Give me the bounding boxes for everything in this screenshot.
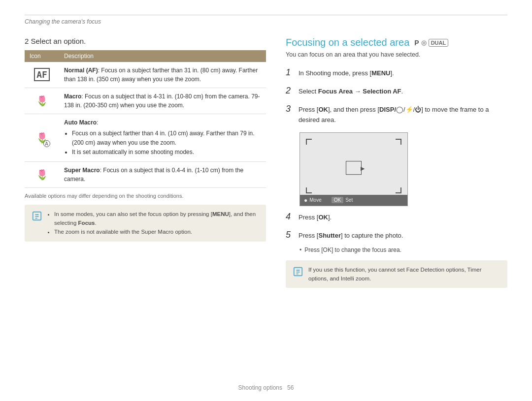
dual-badge: DUAL: [429, 39, 449, 47]
automacro-bullet2: It is set automatically in some shooting…: [72, 148, 261, 157]
desc-cell: Auto Macro: Focus on a subject farther t…: [59, 114, 266, 162]
step-num-2: 2: [286, 84, 295, 97]
col-desc-header: Description: [59, 50, 266, 62]
col-icon-header: Icon: [25, 50, 59, 62]
macro-icon: 🌷: [36, 95, 48, 106]
step-text-2: Select Focus Area → Selection AF.: [299, 87, 403, 97]
desc-cell: Super Macro: Focus on a subject that is …: [59, 161, 266, 187]
p-mode-badge: P: [414, 39, 419, 47]
viewfinder-bar: ● Move OK Set: [300, 195, 407, 206]
vf-move-icon: ●: [304, 197, 307, 204]
supermacro-icon: 🌷: [36, 169, 48, 180]
step-5: 5 Press [Shutter] to capture the photo.: [286, 228, 507, 242]
desc-bold: Macro: [64, 93, 81, 100]
icon-cell: AF: [25, 62, 59, 88]
icon-cell: 🌷: [25, 88, 59, 114]
step-num-3: 3: [286, 102, 295, 116]
footer-page: 56: [287, 384, 294, 391]
two-col: 2 Select an option. Icon Description AF: [25, 37, 507, 376]
right-col: Focusing on a selected area P ◎DUAL You …: [286, 37, 507, 376]
step-2: 2 Select Focus Area → Selection AF.: [286, 84, 507, 97]
step-4: 4 Press [OK].: [286, 210, 507, 223]
desc-bold: Normal (AF): [64, 67, 98, 74]
dual-badge-icon: ◎: [421, 39, 427, 46]
footer-text: Shooting options: [238, 384, 282, 391]
right-note-pencil-icon: [293, 266, 303, 277]
top-rule: [25, 15, 507, 15]
focus-square: [346, 161, 362, 175]
page-footer: Shooting options 56: [25, 384, 507, 391]
icon-cell: 🌷A: [25, 114, 59, 162]
section-title-text: Focusing on a selected area: [286, 37, 409, 48]
step-text-1: In Shooting mode, press [MENU].: [299, 68, 394, 79]
vf-move-label: Move: [309, 197, 321, 203]
table-row: AF Normal (AF): Focus on a subject farth…: [25, 62, 266, 88]
step-num-1: 1: [286, 66, 295, 79]
automacro-icon: 🌷A: [36, 130, 48, 145]
viewfinder-box: ▶ ● Move OK Set: [299, 132, 408, 206]
step-text-4: Press [OK].: [299, 213, 332, 223]
vf-ok-btn: OK: [332, 197, 343, 203]
desc-cell: Normal (AF): Focus on a subject farther …: [59, 62, 266, 88]
corner-tr: [396, 139, 401, 145]
left-note-box: In some modes, you can also set the focu…: [25, 205, 266, 242]
note-bullet2: The zoom is not available with the Super…: [54, 227, 259, 236]
table-header-row: Icon Description: [25, 50, 266, 62]
desc-bold: Super Macro: [64, 167, 100, 174]
step-1: 1 In Shooting mode, press [MENU].: [286, 66, 507, 79]
note-text: In some modes, you can also set the focu…: [47, 210, 259, 237]
note-bullet1: In some modes, you can also set the focu…: [54, 210, 259, 228]
step-num-5: 5: [286, 228, 295, 242]
section-heading: 2 Select an option.: [25, 37, 266, 45]
icon-cell: 🌷: [25, 161, 59, 187]
vf-set-label: Set: [345, 197, 353, 203]
table-row: 🌷A Auto Macro: Focus on a subject farthe…: [25, 114, 266, 162]
right-note-box: If you use this function, you cannot set…: [286, 260, 507, 288]
options-table: Icon Description AF Normal (AF): Focus o…: [25, 50, 266, 188]
sub-bullet: Press [OK] to change the focus area.: [299, 247, 507, 253]
vf-move-item: ● Move: [304, 197, 322, 204]
step-text-3: Press [OK], and then press [DISP/◯/⚡/⏻] …: [299, 105, 507, 125]
step-num-4: 4: [286, 210, 295, 223]
automacro-bullet1: Focus on a subject farther than 4 in. (1…: [72, 129, 261, 148]
page-header: Changing the camera's focus: [25, 18, 507, 25]
table-row: 🌷 Super Macro: Focus on a subject that i…: [25, 161, 266, 187]
page-container: Changing the camera's focus 2 Select an …: [0, 0, 532, 401]
focus-arrow: ▶: [361, 165, 365, 172]
corner-tl: [306, 139, 312, 145]
left-col: 2 Select an option. Icon Description AF: [25, 37, 266, 376]
step-text-5: Press [Shutter] to capture the photo.: [299, 231, 403, 241]
section-title: Focusing on a selected area P ◎DUAL: [286, 37, 507, 48]
sub-bullet-text: Press [OK] to change the focus area.: [304, 247, 401, 253]
vf-set-item: OK Set: [332, 197, 353, 203]
note-pencil-icon: [32, 211, 42, 221]
corner-br: [396, 187, 401, 193]
desc-text: : Focus on a subject that is 4-31 in. (1…: [64, 93, 260, 109]
corner-bl: [306, 187, 312, 193]
section-desc: You can focus on an area that you have s…: [286, 51, 507, 58]
right-note-text: If you use this function, you cannot set…: [308, 265, 500, 283]
step-3: 3 Press [OK], and then press [DISP/◯/⚡/⏻…: [286, 102, 507, 125]
avail-note: Available options may differ depending o…: [25, 193, 266, 199]
mode-badge: P ◎DUAL: [414, 39, 448, 47]
desc-cell: Macro: Focus on a subject that is 4-31 i…: [59, 88, 266, 114]
af-icon: AF: [34, 68, 50, 81]
desc-bold: Auto Macro: [64, 119, 97, 126]
table-row: 🌷 Macro: Focus on a subject that is 4-31…: [25, 88, 266, 114]
